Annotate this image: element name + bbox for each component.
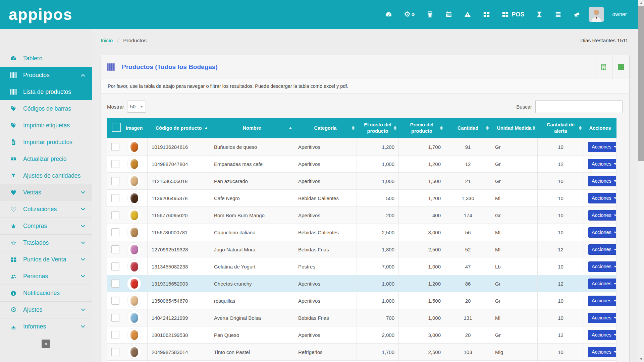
product-cost: 7,000 <box>382 264 394 269</box>
product-code: 1049887047804 <box>152 161 188 167</box>
actions-button[interactable]: Acciones <box>588 193 616 203</box>
row-checkbox[interactable] <box>111 245 119 253</box>
users-icon <box>9 273 18 280</box>
app-logo[interactable]: appipos <box>9 5 72 23</box>
column-header-label: Código de producto <box>156 125 202 131</box>
product-category: Aperitivos <box>298 144 320 150</box>
column-header-el-costo-del-producto[interactable]: El costo del producto <box>357 118 399 138</box>
calculator-icon[interactable] <box>426 11 434 18</box>
row-checkbox[interactable] <box>111 280 119 288</box>
cogs-icon[interactable]: ⚙⚙ <box>404 11 415 18</box>
product-category: Aperitivos <box>298 298 320 304</box>
row-checkbox[interactable] <box>111 348 119 356</box>
grid-icon[interactable] <box>483 11 490 18</box>
product-price: 1,500 <box>428 178 441 184</box>
eraser-icon[interactable] <box>573 11 581 18</box>
actions-button[interactable]: Acciones <box>588 279 616 289</box>
column-header-categoria[interactable]: Categoría <box>294 118 357 138</box>
actions-button[interactable]: Acciones <box>588 142 616 152</box>
row-checkbox[interactable] <box>111 331 119 339</box>
stacked-list-icon[interactable] <box>612 55 629 79</box>
sidebar-item-importar-productos[interactable]: Importar productos <box>0 134 92 150</box>
actions-button[interactable]: Acciones <box>588 159 616 169</box>
column-header-label: Cantidad <box>458 125 478 131</box>
sidebar-item-traslados[interactable]: ☆Traslados <box>0 234 92 251</box>
product-category: Bebidas Frias <box>298 315 329 321</box>
scroll-down-arrow[interactable]: ▼ <box>638 356 644 362</box>
product-name: Pan Queso <box>214 332 239 338</box>
column-header-label: Precio del producto <box>410 122 433 134</box>
column-header-cantidad-de-alerta[interactable]: Cantidad de alerta <box>538 118 584 138</box>
product-cost: 1,200 <box>382 144 394 150</box>
pos-icon[interactable]: POS <box>501 11 524 18</box>
sidebar-item-ventas[interactable]: ♥Ventas <box>0 184 92 201</box>
row-checkbox[interactable] <box>111 177 119 185</box>
sidebar-item-notificaciones[interactable]: Notificaciones <box>0 285 92 301</box>
panel-tools <box>595 55 629 79</box>
sidebar-item-codigos-de-barras[interactable]: Códigos de barras <box>0 100 92 117</box>
actions-button[interactable]: Acciones <box>588 176 616 186</box>
warehouse-building-icon[interactable] <box>595 55 612 79</box>
actions-button[interactable]: Acciones <box>588 330 616 340</box>
sidebar-item-ajustes-de-cantidades[interactable]: Ajustes de cantidades <box>0 167 92 184</box>
product-name: Cafe Negro <box>214 195 240 201</box>
warning-icon[interactable] <box>464 11 471 18</box>
row-checkbox[interactable] <box>111 194 119 202</box>
row-checkbox[interactable] <box>111 143 119 151</box>
user-name[interactable]: owner <box>612 11 627 17</box>
column-header-precio-del-producto[interactable]: Precio del producto <box>399 118 445 138</box>
sidebar-item-productos[interactable]: Productos <box>0 67 92 83</box>
actions-label: Acciones <box>592 315 611 320</box>
actions-button[interactable]: Acciones <box>588 313 616 323</box>
column-header-unidad-medida[interactable]: Unidad Medida <box>491 118 538 138</box>
dashboard-icon[interactable] <box>385 11 392 18</box>
sidebar-item-lista-de-productos[interactable]: Lista de productos <box>0 83 92 100</box>
list-icon[interactable] <box>554 11 562 18</box>
actions-button[interactable]: Acciones <box>588 210 616 221</box>
sidebar-collapse-button[interactable]: « <box>42 340 50 348</box>
hourglass-icon[interactable] <box>536 11 543 18</box>
actions-button[interactable]: Acciones <box>588 227 616 238</box>
user-avatar[interactable] <box>589 7 604 22</box>
search-input[interactable] <box>535 100 623 113</box>
column-header-label: Unidad Medida <box>497 125 531 131</box>
column-header-nombre[interactable]: Nombre <box>210 118 294 138</box>
row-checkbox[interactable] <box>111 228 119 236</box>
sidebar-item-informes[interactable]: Informes <box>0 318 92 335</box>
column-header-label: Imagen <box>126 125 143 131</box>
actions-button[interactable]: Acciones <box>588 244 616 255</box>
row-checkbox[interactable] <box>111 160 119 168</box>
scroll-up-arrow[interactable]: ▲ <box>638 0 644 6</box>
select-all-checkbox[interactable] <box>112 123 121 132</box>
row-checkbox[interactable] <box>111 314 119 322</box>
table-row: 1049887047804 Empanadas mas cafe Aperiti… <box>107 156 616 173</box>
row-checkbox[interactable] <box>111 297 119 305</box>
sidebar-item-tablero[interactable]: Tablero <box>0 50 92 67</box>
actions-button[interactable]: Acciones <box>588 261 616 272</box>
actions-button[interactable]: Acciones <box>588 347 616 357</box>
actions-button[interactable]: Acciones <box>588 296 616 306</box>
sidebar-item-imprimir-etiquetas[interactable]: Imprimir etiquetas <box>0 117 92 134</box>
table-row: Acciones <box>107 361 616 362</box>
sidebar-item-actualizar-precio[interactable]: Actualizar precio <box>0 150 92 167</box>
pos-label: POS <box>512 11 524 18</box>
breadcrumb-home-link[interactable]: Inicio <box>101 38 113 43</box>
sidebar-item-cotizaciones[interactable]: ♡Cotizaciones <box>0 201 92 218</box>
sidebar-item-puntos-de-venta[interactable]: Puntos de Venta <box>0 251 92 268</box>
product-name: Capuchino italiano <box>214 230 255 235</box>
page-size-select[interactable]: 50 <box>127 101 146 113</box>
chevron-down-icon <box>81 258 85 261</box>
column-header-codigo-de-producto[interactable]: Código de producto <box>148 118 210 138</box>
sidebar-item-personas[interactable]: Personas <box>0 268 92 285</box>
column-header-label: Acciones <box>589 125 611 131</box>
sidebar-item-ajustes[interactable]: ⚙Ajustes <box>0 301 92 318</box>
caret-down-icon <box>614 146 616 148</box>
product-code: 1121636506018 <box>152 178 187 184</box>
row-checkbox[interactable] <box>111 211 119 219</box>
sidebar-item-compras[interactable]: ★Compras <box>0 218 92 234</box>
scrollbar-thumb[interactable] <box>638 6 644 161</box>
actions-label: Acciones <box>592 247 611 252</box>
calendar-icon[interactable] <box>445 11 452 18</box>
column-header-cantidad[interactable]: Cantidad <box>445 118 491 138</box>
row-checkbox[interactable] <box>111 262 119 270</box>
